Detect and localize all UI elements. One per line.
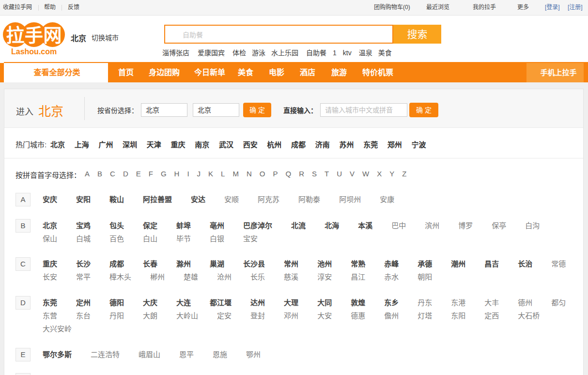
svg-text:网: 网 (43, 25, 62, 46)
svg-text:手: 手 (25, 25, 43, 46)
svg-text:拉: 拉 (6, 25, 24, 46)
